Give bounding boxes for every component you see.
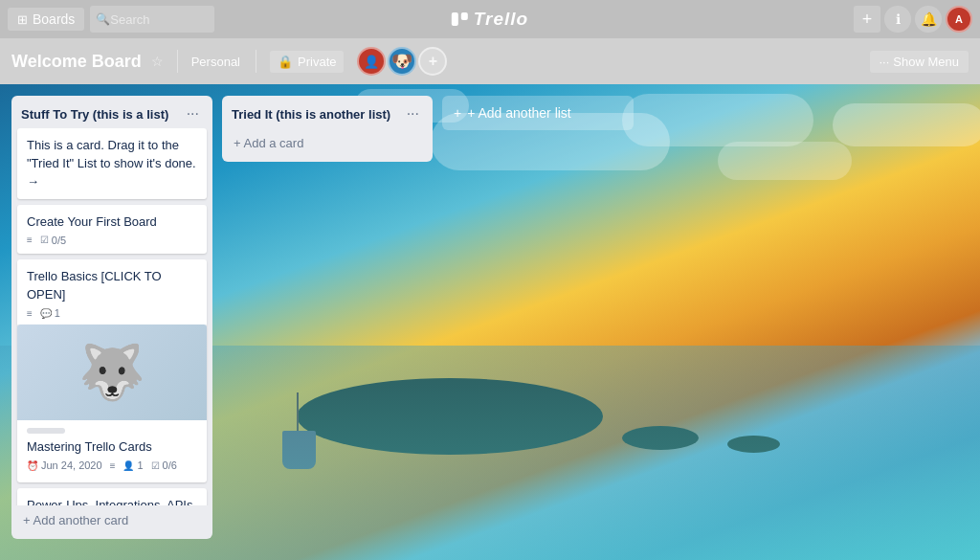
card-mastering-trello[interactable]: 🐺 Mastering Trello Cards ⏰ Jun 2 <box>17 325 207 482</box>
list-header-2: Tried It (this is another list) ··· <box>222 96 433 128</box>
header-divider <box>177 50 178 73</box>
card-body: Mastering Trello Cards ⏰ Jun 24, 2020 ≡ … <box>27 428 197 475</box>
progress-indicator <box>27 428 197 434</box>
card-trello-basics[interactable]: Trello Basics [CLICK TO OPEN] ≡ 💬 1 <box>17 259 207 326</box>
list-menu-button-2[interactable]: ··· <box>403 103 423 124</box>
visibility-label: Private <box>298 55 336 69</box>
card-drag-demo[interactable]: This is a card. Drag it to the "Tried It… <box>17 128 207 199</box>
header-divider-2 <box>256 50 256 73</box>
add-card-button-1[interactable]: + Add another card <box>17 509 207 531</box>
list-header-1: Stuff To Try (this is a list) ··· <box>11 96 212 128</box>
list-footer-2: + Add a card <box>222 128 433 162</box>
card-meta-checklist: ☑ 0/6 <box>151 459 177 471</box>
add-member-button[interactable]: + <box>418 47 447 76</box>
search-input[interactable] <box>110 12 209 27</box>
list-tried-it: Tried It (this is another list) ··· + Ad… <box>222 96 433 162</box>
desc-icon: ≡ <box>110 460 116 471</box>
card-title: Mastering Trello Cards <box>27 439 152 454</box>
list-title-1: Stuff To Try (this is a list) <box>21 107 183 122</box>
list-cards-1: This is a card. Drag it to the "Tried It… <box>11 128 212 505</box>
comment-count: 1 <box>55 307 60 319</box>
card-title: Trello Basics [CLICK TO OPEN] <box>27 269 162 302</box>
card-powerups[interactable]: Power-Ups, Integrations, APIs, oh my! ≡ … <box>17 488 207 505</box>
user-avatar[interactable]: A <box>946 6 972 33</box>
list-title-2: Tried It (this is another list) <box>232 107 403 122</box>
card-title: Create Your First Board <box>27 214 157 229</box>
card-meta-desc: ≡ <box>110 460 116 471</box>
due-date-text: Jun 24, 2020 <box>41 459 102 471</box>
clock-icon: ⏰ <box>27 460 38 471</box>
boards-button[interactable]: ⊞ Boards <box>8 8 84 31</box>
card-meta: ≡ ☑ 0/5 <box>27 235 197 246</box>
list-stuff-to-try: Stuff To Try (this is a list) ··· This i… <box>11 96 212 539</box>
card-meta: ⏰ Jun 24, 2020 ≡ 👤 1 ☑ <box>27 459 197 471</box>
search-icon: 🔍 <box>96 12 110 26</box>
desc-icon: ≡ <box>27 308 33 319</box>
board-background: Stuff To Try (this is a list) ··· This i… <box>0 84 980 560</box>
show-menu-label: Show Menu <box>893 55 959 69</box>
add-list-button[interactable]: + + Add another list <box>442 96 634 130</box>
card-meta-checklist: ☑ 0/5 <box>40 235 66 246</box>
progress-bar-bg <box>27 428 65 434</box>
info-button[interactable]: ℹ <box>884 6 911 33</box>
ellipsis-icon: ··· <box>880 55 890 69</box>
checklist-icon: ☑ <box>40 235 49 245</box>
card-cover-emoji: 🐺 <box>78 341 145 404</box>
show-menu-button[interactable]: ··· Show Menu <box>870 51 969 73</box>
top-nav: ⊞ Boards 🔍 Trello + ℹ 🔔 A <box>0 0 980 38</box>
card-meta-desc: ≡ <box>27 235 33 245</box>
card-cover-image: 🐺 <box>17 325 207 420</box>
add-list-plus-icon: + <box>454 105 461 121</box>
trello-logo-text: Trello <box>474 9 528 30</box>
card-create-board[interactable]: Create Your First Board ≡ ☑ 0/5 <box>17 205 207 254</box>
add-button[interactable]: + <box>854 6 880 33</box>
trello-logo-icon <box>452 11 469 28</box>
lists-area: Stuff To Try (this is a list) ··· This i… <box>0 84 980 560</box>
lock-icon: 🔒 <box>278 55 293 69</box>
search-bar: 🔍 <box>90 6 214 33</box>
card-meta-member: 👤 1 <box>122 459 143 471</box>
list-menu-button-1[interactable]: ··· <box>183 103 203 124</box>
board-header: Welcome Board ☆ Personal 🔒 Private 👤 🐶 +… <box>0 38 980 84</box>
trello-logo: Trello <box>452 9 528 30</box>
boards-label: Boards <box>33 11 75 27</box>
comment-icon: 💬 <box>40 308 52 319</box>
nav-right-icons: + ℹ 🔔 A <box>854 6 972 33</box>
member-avatar-1[interactable]: 👤 <box>357 47 386 76</box>
personal-label: Personal <box>191 55 240 69</box>
member-icon: 👤 <box>122 460 134 471</box>
desc-icon: ≡ <box>27 235 33 245</box>
checklist-count: 0/6 <box>163 459 177 471</box>
board-title[interactable]: Welcome Board <box>11 52 142 72</box>
checklist-count: 0/5 <box>52 235 66 246</box>
card-title: Power-Ups, Integrations, APIs, oh my! <box>27 498 196 505</box>
member-count: 1 <box>137 459 143 471</box>
visibility-button[interactable]: 🔒 Private <box>270 51 344 73</box>
card-due-date: ⏰ Jun 24, 2020 <box>27 459 102 471</box>
grid-icon: ⊞ <box>17 12 28 27</box>
add-card-button-2[interactable]: + Add a card <box>228 132 427 154</box>
card-meta-comment: 💬 1 <box>40 307 60 319</box>
checklist-icon: ☑ <box>151 460 160 471</box>
list-footer-1: + Add another card <box>11 505 212 539</box>
notifications-button[interactable]: 🔔 <box>915 6 942 33</box>
card-title: This is a card. Drag it to the "Tried It… <box>27 138 196 189</box>
card-meta-desc: ≡ <box>27 308 33 319</box>
avatars-group: 👤 🐶 + <box>357 47 447 76</box>
star-icon[interactable]: ☆ <box>151 54 164 69</box>
card-meta: ≡ 💬 1 <box>27 307 197 319</box>
add-list-label: + Add another list <box>467 105 571 121</box>
member-avatar-2[interactable]: 🐶 <box>388 47 416 76</box>
